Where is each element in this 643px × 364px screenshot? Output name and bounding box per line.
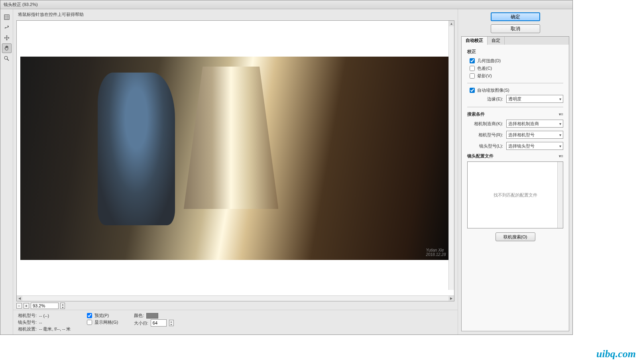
canvas-viewport[interactable]: Yutian Xie2018.12.28 ▲	[17, 21, 454, 295]
geometric-distortion-label: 几何扭曲(D)	[477, 58, 501, 64]
vignette-label: 晕影(V)	[477, 73, 492, 79]
color-label: 颜色:	[134, 313, 144, 319]
camera-model-select-label: 相机型号(R):	[467, 132, 503, 138]
vignette-checkbox[interactable]	[470, 73, 475, 79]
lens-profiles-list[interactable]: 找不到匹配的配置文件	[467, 161, 563, 228]
zoom-spinner[interactable]: ▴▾	[60, 303, 65, 309]
camera-settings-value: -- 毫米, f/--, -- 米	[39, 326, 71, 332]
zoom-value[interactable]: 93.2%	[31, 303, 59, 309]
tools-toolbar	[0, 9, 13, 334]
camera-model-value: -- (--)	[39, 313, 49, 318]
zoom-out-button[interactable]: −	[16, 303, 22, 309]
camera-make-label: 相机制造商(K):	[467, 121, 503, 127]
settings-tabs: 自动校正 自定 校正 几何扭曲(D) 色差(C) 晕影(V) 自动缩放图像(S)…	[461, 36, 569, 331]
edge-select[interactable]: 透明度	[506, 95, 563, 103]
no-match-text: 找不到匹配的配置文件	[494, 192, 537, 198]
main-area: 将鼠标指针放在控件上可获得帮助 Yutian Xie2018.12.28 ▲ ◀	[13, 9, 458, 334]
zoom-in-button[interactable]: +	[24, 303, 29, 309]
grid-color-swatch[interactable]	[146, 313, 158, 319]
lens-correction-dialog: 镜头校正 (93.2%) 将鼠标指针放在控件上可获得帮助 Yutian Xie2…	[0, 0, 573, 335]
scroll-right-icon[interactable]: ▶	[448, 296, 454, 301]
tab-custom[interactable]: 自定	[488, 37, 505, 45]
zoom-bar: − + 93.2% ▴▾	[13, 302, 458, 310]
search-criteria-title: 搜索条件	[467, 111, 485, 117]
lens-model-select-label: 镜头型号(L):	[467, 143, 503, 149]
edge-label: 边缘(E):	[467, 96, 503, 102]
move-grid-tool[interactable]	[2, 33, 12, 43]
profiles-menu-icon[interactable]: ▾≡	[559, 154, 563, 158]
camera-model-select[interactable]: 选择相机型号	[506, 131, 563, 139]
camera-model-label: 相机型号:	[18, 313, 37, 319]
auto-scale-checkbox[interactable]	[470, 88, 475, 93]
chromatic-aberration-checkbox[interactable]	[470, 66, 475, 71]
dialog-content: 将鼠标指针放在控件上可获得帮助 Yutian Xie2018.12.28 ▲ ◀	[0, 9, 572, 334]
vertical-scrollbar[interactable]: ▲	[448, 21, 454, 290]
preview-checkbox[interactable]	[87, 313, 92, 318]
preview-label: 预览(P)	[94, 313, 109, 319]
help-text: 将鼠标指针放在控件上可获得帮助	[13, 9, 458, 20]
scroll-left-icon[interactable]: ◀	[17, 296, 22, 301]
online-search-button[interactable]: 联机搜索(O)	[496, 232, 535, 241]
horizontal-scrollbar[interactable]: ◀ ▶	[17, 295, 454, 301]
chromatic-aberration-label: 色差(C)	[477, 65, 492, 71]
tab-body-auto: 校正 几何扭曲(D) 色差(C) 晕影(V) 自动缩放图像(S) 边缘(E):透…	[462, 45, 569, 331]
zoom-tool[interactable]	[2, 54, 12, 63]
remove-distortion-tool[interactable]	[2, 12, 12, 22]
camera-make-select[interactable]: 选择相机制造商	[506, 120, 563, 128]
show-grid-checkbox[interactable]	[87, 320, 92, 325]
image-preview: Yutian Xie2018.12.28	[20, 57, 451, 260]
profiles-scrollbar[interactable]	[557, 162, 563, 228]
lens-profiles-title: 镜头配置文件	[467, 153, 494, 159]
watermark: UiBQ.CoM	[596, 348, 636, 360]
size-spinner[interactable]: ▴▾	[169, 320, 174, 326]
tabs-header: 自动校正 自定	[462, 37, 569, 45]
tab-auto-correction[interactable]: 自动校正	[462, 37, 488, 45]
hand-tool[interactable]	[2, 43, 12, 53]
scroll-up-icon[interactable]: ▲	[449, 21, 454, 26]
grid-size-input[interactable]	[151, 319, 167, 327]
grid-label: 显示网格(G)	[94, 319, 118, 325]
dialog-title: 镜头校正 (93.2%)	[0, 0, 572, 9]
lens-model-value: --	[39, 320, 42, 325]
geometric-distortion-checkbox[interactable]	[470, 58, 475, 63]
auto-scale-label: 自动缩放图像(S)	[477, 87, 509, 93]
ok-button[interactable]: 确定	[491, 12, 540, 21]
straighten-tool[interactable]	[2, 23, 12, 32]
cancel-button[interactable]: 取消	[491, 24, 540, 33]
camera-settings-label: 相机设置:	[18, 326, 37, 332]
bottom-info: 相机型号:-- (--) 镜头型号:-- 相机设置:-- 毫米, f/--, -…	[13, 310, 458, 334]
lens-model-select[interactable]: 选择镜头型号	[506, 142, 563, 150]
canvas-wrap: Yutian Xie2018.12.28 ▲ ◀ ▶	[16, 20, 454, 301]
search-menu-icon[interactable]: ▾≡	[559, 112, 563, 116]
image-signature: Yutian Xie2018.12.28	[426, 248, 446, 257]
size-label: 大小(I):	[134, 320, 148, 326]
svg-point-2	[4, 56, 8, 59]
lens-model-label: 镜头型号:	[18, 319, 37, 325]
svg-rect-0	[4, 15, 9, 20]
right-panel: 确定 取消 自动校正 自定 校正 几何扭曲(D) 色差(C) 晕影(V) 自动缩…	[458, 9, 572, 334]
svg-point-1	[8, 26, 8, 26]
correction-section-title: 校正	[467, 49, 563, 55]
